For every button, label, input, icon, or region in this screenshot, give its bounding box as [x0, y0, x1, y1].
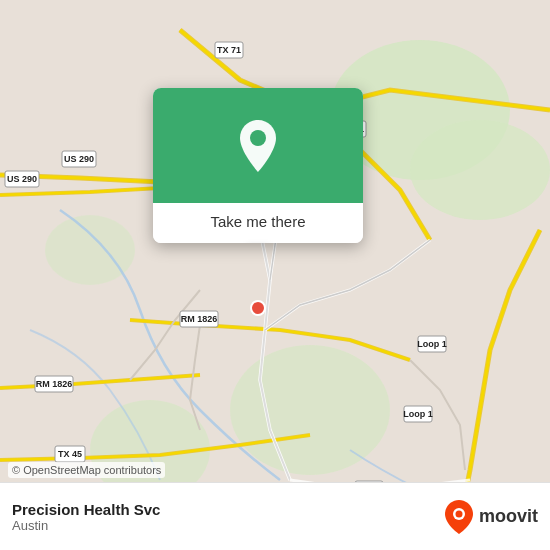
map-attribution: © OpenStreetMap contributors [8, 462, 165, 478]
place-city: Austin [12, 518, 435, 533]
take-me-there-button[interactable]: Take me there [210, 213, 305, 230]
popup-label-area[interactable]: Take me there [153, 203, 363, 243]
svg-text:RM 1826: RM 1826 [181, 314, 218, 324]
popup-card: Take me there [153, 88, 363, 243]
moovit-pin-icon [443, 499, 475, 535]
place-info: Precision Health Svc Austin [12, 501, 435, 533]
svg-point-27 [250, 130, 266, 146]
moovit-logo: moovit [443, 499, 538, 535]
svg-text:Loop 1: Loop 1 [403, 409, 433, 419]
location-pin-icon [234, 118, 282, 174]
bottom-bar: Precision Health Svc Austin moovit [0, 482, 550, 550]
svg-text:TX 45: TX 45 [58, 449, 82, 459]
svg-text:TX 71: TX 71 [217, 45, 241, 55]
svg-text:Loop 1: Loop 1 [417, 339, 447, 349]
place-name: Precision Health Svc [12, 501, 435, 518]
svg-point-26 [251, 301, 265, 315]
svg-text:US 290: US 290 [64, 154, 94, 164]
svg-text:US 290: US 290 [7, 174, 37, 184]
svg-point-3 [230, 345, 390, 475]
svg-point-5 [45, 215, 135, 285]
map-container: TX 71 TX 71 US 290 US 290 RM 1826 RM 182… [0, 0, 550, 550]
svg-point-2 [410, 120, 550, 220]
moovit-brand-text: moovit [479, 506, 538, 527]
svg-point-29 [455, 510, 462, 517]
svg-text:RM 1826: RM 1826 [36, 379, 73, 389]
popup-green-area [153, 88, 363, 203]
